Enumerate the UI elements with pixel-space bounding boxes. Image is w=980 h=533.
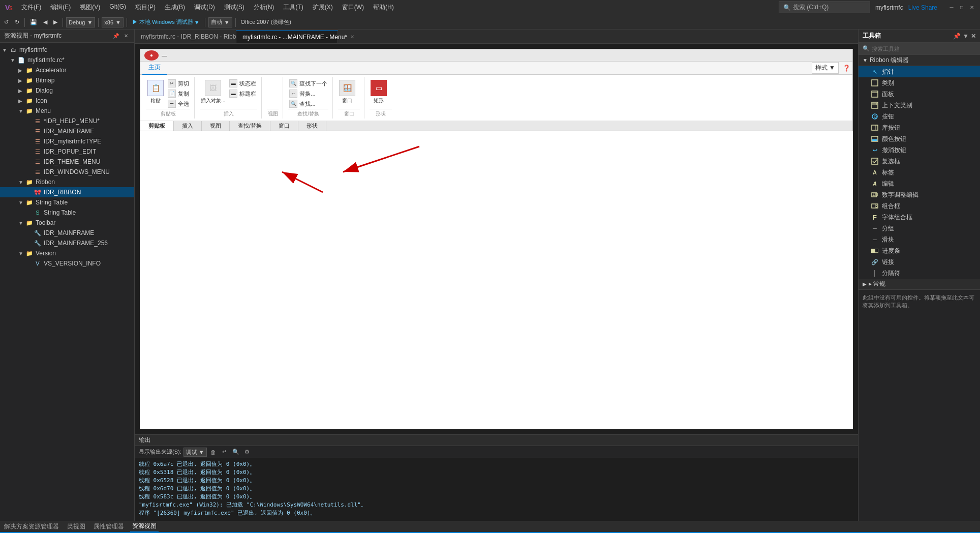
tree-item-ribbon[interactable]: ▼ 📁 Ribbon — [0, 177, 134, 187]
toolbox-item-checkbox[interactable]: 复选框 — [859, 156, 980, 167]
toolbox-item-separator[interactable]: ─ 分组 — [859, 223, 980, 234]
toolbox-pin-btn[interactable]: 📌 — [953, 33, 961, 40]
tree-item-help-menu[interactable]: ☰ *IDR_HELP_MENU* — [0, 116, 134, 126]
tree-item-theme-menu[interactable]: ☰ IDR_THEME_MENU — [0, 157, 134, 167]
output-settings-btn[interactable]: ⚙ — [242, 448, 252, 457]
close-button[interactable]: ✕ — [968, 4, 976, 12]
toolbox-item-category[interactable]: 类别 — [859, 77, 980, 88]
toolbox-item-edit[interactable]: A 编辑 — [859, 178, 980, 189]
toolbar-redo[interactable]: ↻ — [13, 18, 21, 26]
ribbon-tab-label-window[interactable]: 窗口 — [270, 121, 298, 131]
live-share-btn[interactable]: Live Share — [908, 4, 937, 11]
tree-item-version-folder[interactable]: ▼ 📁 Version — [0, 248, 134, 258]
bottom-tab-property[interactable]: 属性管理器 — [91, 521, 126, 532]
ribbon-statusbar-btn[interactable]: ▬ 状态栏 — [228, 79, 257, 88]
toolbox-item-color-btn[interactable]: 颜色按钮 — [859, 133, 980, 144]
tree-item-mainframe-menu[interactable]: ☰ IDR_MAINFRAME — [0, 126, 134, 136]
tree-item-version-info[interactable]: V VS_VERSION_INFO — [0, 258, 134, 269]
tab-menu[interactable]: myfisrtmfc.rc - ...MAINFRAME - Menu* ✕ — [236, 30, 338, 43]
bottom-tab-class[interactable]: 类视图 — [65, 521, 87, 532]
menu-build[interactable]: 生成(B) — [161, 2, 189, 13]
tree-item-dialog[interactable]: ▶ 📁 Dialog — [0, 85, 134, 96]
tree-item-root[interactable]: ▼ 🗂 myfisrtmfc — [0, 45, 134, 55]
tree-item-type-menu[interactable]: ☰ IDR_myfisrtmfcTYPE — [0, 136, 134, 146]
toolbox-item-progress[interactable]: 进度条 — [859, 245, 980, 256]
run-button[interactable]: ▶ 本地 Windows 调试器 ▼ — [130, 17, 202, 27]
toolbox-item-context-category[interactable]: 上下文类别 — [859, 100, 980, 111]
output-find-btn[interactable]: 🔍 — [231, 448, 240, 457]
output-source-select[interactable]: 调试 ▼ — [183, 448, 207, 457]
ribbon-selectall-btn[interactable]: ☰ 全选 — [167, 99, 190, 108]
ribbon-paste-btn[interactable]: 📋 粘贴 — [146, 79, 165, 105]
menu-tools[interactable]: 工具(T) — [279, 2, 307, 13]
ribbon-tab-label-view[interactable]: 视图 — [202, 121, 230, 131]
toolbox-item-button[interactable]: Q 按钮 — [859, 111, 980, 122]
panel-pin-btn[interactable]: 📌 — [112, 32, 120, 40]
ribbon-tab-label-insert[interactable]: 插入 — [174, 121, 202, 131]
toolbox-item-pointer[interactable]: ↖ 指针 — [859, 66, 980, 77]
ribbon-app-button[interactable]: ● — [144, 50, 159, 61]
tree-item-popup-menu[interactable]: ☰ IDR_POPUP_EDIT — [0, 146, 134, 157]
toolbar-office-btn[interactable]: Office 2007 (淡绿色) — [239, 17, 293, 27]
tree-item-accelerator[interactable]: ▶ 📁 Accelerator — [0, 65, 134, 75]
toolbox-item-separator2[interactable]: │ 分隔符 — [859, 268, 980, 279]
tree-item-toolbar-mainframe[interactable]: 🔧 IDR_MAINFRAME — [0, 228, 134, 238]
toolbox-close-btn[interactable]: ✕ — [971, 33, 976, 40]
menu-debug[interactable]: 调试(D) — [190, 2, 219, 13]
bottom-tab-resource[interactable]: 资源视图 — [130, 521, 159, 532]
menu-extensions[interactable]: 扩展(X) — [309, 2, 337, 13]
tree-item-icon[interactable]: ▶ 📁 Icon — [0, 96, 134, 106]
toolbox-item-undo-btn[interactable]: ↩ 撤消按钮 — [859, 144, 980, 156]
toolbox-search[interactable]: 🔍 — [859, 43, 980, 55]
ribbon-tab-label-shape[interactable]: 形状 — [298, 121, 326, 131]
tree-item-toolbar-mainframe-256[interactable]: 🔧 IDR_MAINFRAME_256 — [0, 238, 134, 248]
ribbon-tab-home[interactable]: 主页 — [142, 61, 167, 75]
toolbar-nav-fwd[interactable]: ▶ — [51, 18, 59, 26]
tree-item-idr-ribbon[interactable]: 🎀 IDR_RIBBON — [0, 187, 134, 197]
toolbox-section-ribbon-header[interactable]: ▼ Ribbon 编辑器 — [859, 55, 980, 66]
maximize-button[interactable]: □ — [958, 4, 966, 12]
panel-close-btn[interactable]: ✕ — [122, 32, 130, 40]
toolbox-item-font-combobox[interactable]: F 字体组合框 — [859, 212, 980, 223]
ribbon-titlebar-btn[interactable]: ▬ 标题栏 — [228, 89, 257, 98]
toolbox-item-numeric-edit[interactable]: 123 数字调整编辑 — [859, 189, 980, 200]
menu-test[interactable]: 测试(S) — [220, 2, 249, 13]
ribbon-tab-label-find[interactable]: 查找/替换 — [230, 121, 270, 131]
ribbon-style-button[interactable]: 样式 ▼ — [812, 62, 839, 74]
ribbon-rect-btn[interactable]: ▭ 矩形 — [370, 79, 388, 105]
ribbon-copy-btn[interactable]: 📄 复制 — [167, 89, 190, 98]
tree-item-string-table-folder[interactable]: ▼ 📁 String Table — [0, 197, 134, 208]
toolbox-item-slider[interactable]: ─ 滑块 — [859, 234, 980, 245]
toolbox-item-gallery-btn[interactable]: 库按钮 — [859, 122, 980, 133]
toolbox-search-input[interactable] — [872, 46, 976, 52]
debug-config-dropdown[interactable]: Debug ▼ — [66, 17, 95, 27]
tree-item-menu[interactable]: ▼ 📁 Menu — [0, 106, 134, 116]
tree-item-bitmap[interactable]: ▶ 📁 Bitmap — [0, 75, 134, 85]
toolbox-item-combobox[interactable]: 组合框 — [859, 200, 980, 212]
ribbon-find-btn[interactable]: 🔍 查找... — [288, 99, 328, 108]
ribbon-replace-btn[interactable]: ↔ 替换... — [288, 89, 328, 98]
minimize-button[interactable]: ─ — [947, 4, 956, 12]
toolbox-arrow-btn[interactable]: ▼ — [963, 33, 969, 40]
menu-git[interactable]: Git(G) — [105, 2, 130, 13]
menu-window[interactable]: 窗口(W) — [338, 2, 368, 13]
tab-ribbon[interactable]: myfisrtmfc.rc - IDR_RIBBON - Ribbo... ✕ — [135, 30, 236, 43]
output-wrap-btn[interactable]: ↵ — [220, 448, 229, 457]
tree-item-windows-menu[interactable]: ☰ IDR_WINDOWS_MENU — [0, 167, 134, 177]
tree-item-toolbar-folder[interactable]: ▼ 📁 Toolbar — [0, 218, 134, 228]
tree-item-string-table[interactable]: S String Table — [0, 208, 134, 218]
bottom-tab-solution[interactable]: 解决方案资源管理器 — [2, 521, 61, 532]
toolbox-item-panel[interactable]: 面板 — [859, 88, 980, 100]
ribbon-tab-label-clipboard[interactable]: 剪贴板 — [140, 121, 174, 131]
output-clear-btn[interactable]: 🗑 — [209, 448, 218, 457]
menu-help[interactable]: 帮助(H) — [369, 2, 398, 13]
menu-file[interactable]: 文件(F) — [17, 2, 45, 13]
platform-dropdown[interactable]: x86 ▼ — [102, 17, 124, 27]
toolbar-nav-back[interactable]: ◀ — [41, 18, 49, 26]
toolbox-item-link[interactable]: 🔗 链接 — [859, 256, 980, 268]
menu-project[interactable]: 项目(P) — [131, 2, 160, 13]
toolbar-save-all[interactable]: 💾 — [28, 18, 39, 26]
tree-item-rc[interactable]: ▼ 📄 myfisrtmfc.rc* — [0, 55, 134, 65]
menu-analyze[interactable]: 分析(N) — [250, 2, 279, 13]
toolbox-section-general-header[interactable]: ▶ ▸ 常规 — [859, 279, 980, 290]
